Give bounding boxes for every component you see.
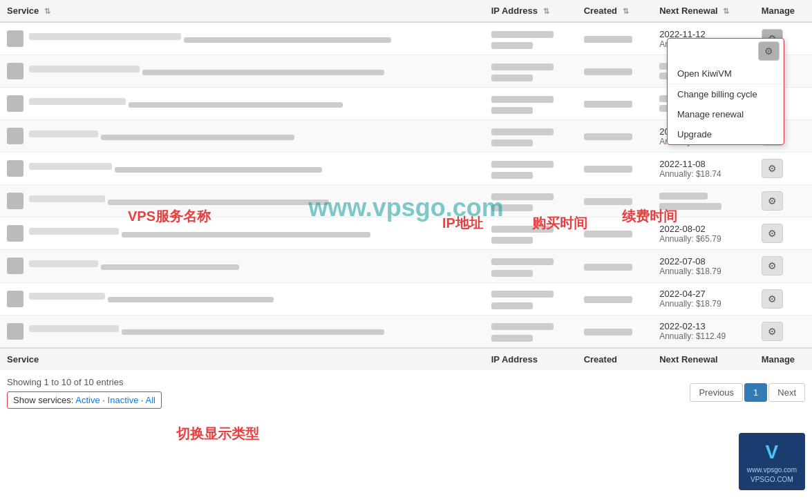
service-cell xyxy=(0,22,484,55)
table-row: 2022-04-27Annually: $18.79⚙ xyxy=(0,282,812,315)
manage-cell[interactable]: ⚙ xyxy=(755,250,812,282)
created-cell xyxy=(577,153,653,185)
gear-button-row-7[interactable]: ⚙ xyxy=(762,256,783,275)
ip-cell xyxy=(484,315,577,348)
renewal-cell: 2022-02-13Annually: $112.49 xyxy=(652,315,755,348)
renewal-cell: 2022-11-08Annually: $18.74 xyxy=(652,153,755,185)
renewal-cell: 2022-07-08Annually: $18.79 xyxy=(652,250,755,282)
gear-row: ⚙ xyxy=(668,39,784,64)
service-cell xyxy=(0,185,484,217)
service-cell xyxy=(0,55,484,88)
ip-cell xyxy=(484,88,577,120)
logo-area: V www.vpsgo.com VPSGO.COM xyxy=(739,433,805,490)
show-all-link[interactable]: All xyxy=(146,395,155,405)
pagination: Previous 1 Next xyxy=(690,383,805,402)
table-row: 2022-07-08Annually: $18.79⚙ xyxy=(0,250,812,282)
menu-item-manage-renewal[interactable]: Manage renewal xyxy=(668,104,784,124)
show-services-label: Show services: xyxy=(13,395,73,405)
sort-icon-renewal: ⇅ xyxy=(723,7,729,16)
menu-item-upgrade[interactable]: Upgrade xyxy=(668,124,784,144)
created-cell xyxy=(577,282,653,315)
service-cell xyxy=(0,217,484,250)
manage-cell[interactable]: ⚙ xyxy=(755,282,812,315)
footer-renewal: Next Renewal xyxy=(652,348,755,370)
showing-text: Showing 1 to 10 of 10 entries xyxy=(7,377,162,387)
ip-cell xyxy=(484,153,577,185)
manage-cell[interactable]: ⚙ xyxy=(755,153,812,185)
dropdown-menu: ⚙ Open KiwiVM Change billing cycle Manag… xyxy=(667,38,784,145)
created-cell xyxy=(577,315,653,348)
next-button[interactable]: Next xyxy=(768,383,805,402)
gear-button-row-4[interactable]: ⚙ xyxy=(762,159,783,178)
table-header-row: Service ⇅ IP Address ⇅ Created ⇅ Next Re… xyxy=(0,0,812,22)
created-cell xyxy=(577,88,653,120)
service-cell xyxy=(0,282,484,315)
footer-service: Service xyxy=(0,348,484,370)
created-cell xyxy=(577,55,653,88)
ip-cell xyxy=(484,282,577,315)
ip-cell xyxy=(484,185,577,217)
header-manage: Manage xyxy=(755,0,812,22)
previous-button[interactable]: Previous xyxy=(690,383,743,402)
ip-cell xyxy=(484,22,577,55)
ip-cell xyxy=(484,120,577,153)
footer-bar: Showing 1 to 10 of 10 entries Show servi… xyxy=(0,370,812,416)
service-cell xyxy=(0,153,484,185)
service-cell xyxy=(0,250,484,282)
gear-button-row-5[interactable]: ⚙ xyxy=(762,191,783,211)
ip-cell xyxy=(484,250,577,282)
manage-cell[interactable]: ⚙ xyxy=(755,185,812,217)
gear-button-row-6[interactable]: ⚙ xyxy=(762,224,783,243)
manage-cell[interactable]: ⚙ xyxy=(755,315,812,348)
logo-box: V www.vpsgo.com VPSGO.COM xyxy=(739,433,805,490)
page-1-button[interactable]: 1 xyxy=(744,383,767,402)
manage-cell[interactable]: ⚙ xyxy=(755,217,812,250)
footer-ip: IP Address xyxy=(484,348,577,370)
ip-cell xyxy=(484,217,577,250)
footer-left: Showing 1 to 10 of 10 entries Show servi… xyxy=(7,377,162,409)
renewal-cell: 2022-08-02Annually: $65.79 xyxy=(652,217,755,250)
logo-text-1: www.vpsgo.com xyxy=(747,465,797,475)
logo-text-2: VPSGO.COM xyxy=(747,475,797,485)
header-ip[interactable]: IP Address ⇅ xyxy=(484,0,577,22)
sort-icon-created: ⇅ xyxy=(623,7,629,16)
show-inactive-link[interactable]: Inactive xyxy=(108,395,139,405)
gear-button-row-8[interactable]: ⚙ xyxy=(762,289,783,309)
table-row: 2022-02-13Annually: $112.49⚙ xyxy=(0,315,812,348)
table-row: ⚙ xyxy=(0,185,812,217)
created-cell xyxy=(577,217,653,250)
created-cell xyxy=(577,120,653,153)
created-cell xyxy=(577,22,653,55)
ip-cell xyxy=(484,55,577,88)
sort-icon-service: ⇅ xyxy=(44,7,50,16)
footer-manage: Manage xyxy=(755,348,812,370)
table-row: 2022-11-08Annually: $18.74⚙ xyxy=(0,153,812,185)
gear-button-dropdown[interactable]: ⚙ xyxy=(758,41,780,61)
menu-item-open-kiwi[interactable]: Open KiwiVM xyxy=(668,64,784,84)
header-renewal[interactable]: Next Renewal ⇅ xyxy=(652,0,755,22)
created-cell xyxy=(577,185,653,217)
table-footer-row: Service IP Address Created Next Renewal … xyxy=(0,348,812,370)
logo-v-letter: V xyxy=(747,438,797,465)
menu-item-change-billing[interactable]: Change billing cycle xyxy=(668,84,784,104)
label-switch: 切换显示类型 xyxy=(176,425,259,443)
renewal-cell: 2022-04-27Annually: $18.79 xyxy=(652,282,755,315)
show-active-link[interactable]: Active xyxy=(75,395,100,405)
service-cell xyxy=(0,120,484,153)
sort-icon-ip: ⇅ xyxy=(543,7,549,16)
table-row: 2022-08-02Annually: $65.79⚙ xyxy=(0,217,812,250)
service-cell xyxy=(0,88,484,120)
header-service[interactable]: Service ⇅ xyxy=(0,0,484,22)
footer-created: Created xyxy=(577,348,653,370)
show-services-box: Show services: Active · Inactive · All xyxy=(7,391,162,409)
created-cell xyxy=(577,250,653,282)
renewal-cell xyxy=(652,185,755,217)
dot1: · xyxy=(102,395,107,405)
service-cell xyxy=(0,315,484,348)
header-created[interactable]: Created ⇅ xyxy=(577,0,653,22)
gear-button-row-9[interactable]: ⚙ xyxy=(762,322,783,341)
